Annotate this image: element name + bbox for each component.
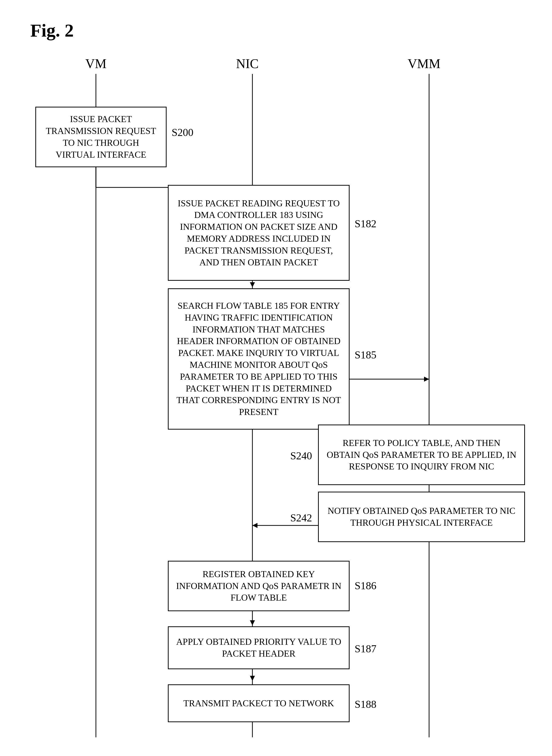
step-s182-box: ISSUE PACKET READING REQUEST TO DMA CONT… [168,185,350,281]
step-s185-text: SEARCH FLOW TABLE 185 FOR ENTRY HAVING T… [175,300,342,418]
step-s186-box: REGISTER OBTAINED KEY INFORMATION AND Qo… [168,561,350,611]
col-header-vm: VM [58,56,134,71]
col-header-nic: NIC [210,56,285,71]
page: Fig. 2 VM NIC VMM [0,0,552,756]
step-s242-box: NOTIFY OBTAINED QoS PARAMETER TO NIC THR… [318,492,525,542]
step-s186-label: S186 [355,580,376,592]
step-s240-box: REFER TO POLICY TABLE, AND THEN OBTAIN Q… [318,424,525,485]
step-s188-text: TRANSMIT PACKECT TO NETWORK [183,698,334,709]
col-header-vmm: VMM [386,56,462,71]
step-s185-label: S185 [355,349,376,361]
step-s187-label: S187 [355,643,376,655]
svg-marker-12 [250,676,255,681]
svg-marker-9 [252,523,257,528]
figure-label: Fig. 2 [30,20,527,41]
step-s200-label: S200 [172,126,193,139]
step-s185-box: SEARCH FLOW TABLE 185 FOR ENTRY HAVING T… [168,288,350,429]
step-s240-text: REFER TO POLICY TABLE, AND THEN OBTAIN Q… [325,437,518,472]
step-s182-label: S182 [355,218,376,230]
svg-marker-10 [250,282,255,287]
step-s240-label: S240 [290,450,312,462]
step-s182-text: ISSUE PACKET READING REQUEST TO DMA CONT… [175,197,342,268]
step-s188-box: TRANSMIT PACKECT TO NETWORK [168,684,350,722]
step-s187-text: APPLY OBTAINED PRIORITY VALUE TO PACKET … [175,636,342,659]
step-s187-box: APPLY OBTAINED PRIORITY VALUE TO PACKET … [168,626,350,669]
step-s186-text: REGISTER OBTAINED KEY INFORMATION AND Qo… [175,568,342,604]
step-s200-box: ISSUE PACKET TRANSMISSION REQUEST TO NIC… [35,107,167,167]
diagram-area: VM NIC VMM [25,56,527,737]
step-s242-label: S242 [290,512,312,524]
svg-marker-7 [424,377,429,382]
svg-marker-11 [250,620,255,625]
step-s242-text: NOTIFY OBTAINED QoS PARAMETER TO NIC THR… [325,505,518,529]
step-s188-label: S188 [355,698,376,710]
step-s200-text: ISSUE PACKET TRANSMISSION REQUEST TO NIC… [42,113,159,160]
